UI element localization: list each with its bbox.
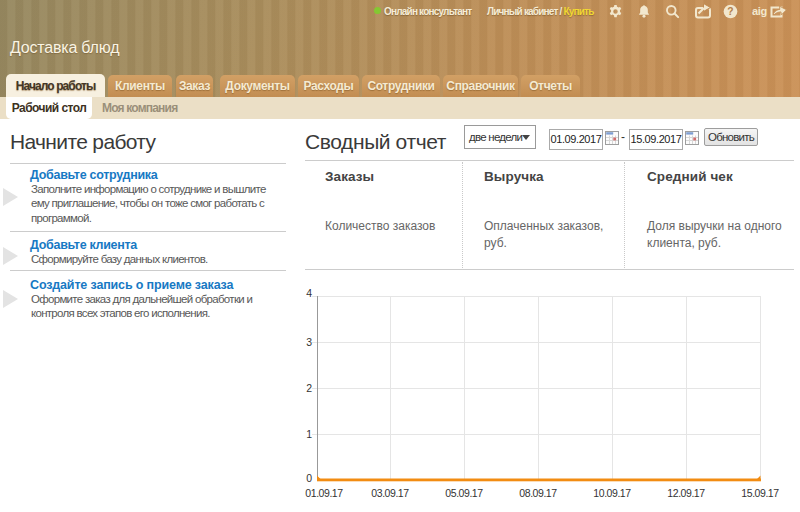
svg-text:15.09.17: 15.09.17 [741, 487, 779, 499]
svg-text:1: 1 [306, 428, 312, 440]
svg-text:12.09.17: 12.09.17 [667, 487, 705, 499]
svg-text:2: 2 [306, 382, 312, 394]
svg-text:01.09.17: 01.09.17 [305, 487, 343, 499]
svg-text:03.09.17: 03.09.17 [371, 487, 409, 499]
svg-text:05.09.17: 05.09.17 [445, 487, 483, 499]
svg-text:10.09.17: 10.09.17 [593, 487, 631, 499]
svg-text:3: 3 [306, 336, 312, 348]
svg-text:4: 4 [306, 287, 312, 299]
svg-text:08.09.17: 08.09.17 [519, 487, 557, 499]
svg-text:0: 0 [306, 472, 312, 484]
